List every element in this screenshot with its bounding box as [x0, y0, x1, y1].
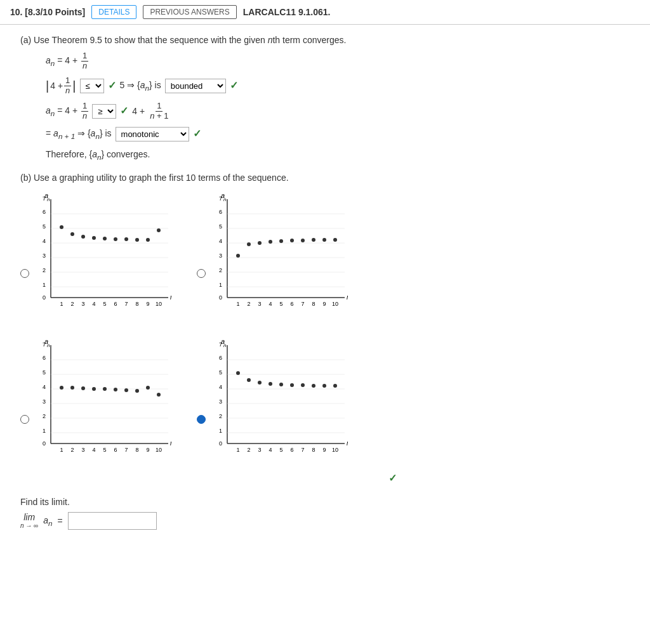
graph-radio-3[interactable]	[20, 415, 29, 424]
part-a-text: (a) Use Theorem 9.5 to show that the seq…	[20, 35, 346, 45]
svg-text:3: 3	[258, 447, 261, 453]
svg-text:0: 0	[43, 294, 46, 301]
svg-text:10: 10	[156, 447, 162, 453]
graphs-row-1: a n 0 1 2 3 4 5 6 7	[20, 193, 630, 320]
graph-radio-4[interactable]	[197, 415, 206, 424]
verdict-check: ✓	[388, 472, 630, 484]
svg-text:5: 5	[43, 369, 46, 376]
row-monotonic: = an + 1 ⇒ {an} is monotonic non-monoton…	[46, 124, 630, 144]
svg-text:4: 4	[92, 447, 95, 453]
svg-text:6: 6	[219, 209, 222, 215]
svg-text:2: 2	[247, 301, 250, 307]
svg-point-70	[258, 241, 262, 245]
svg-point-110	[92, 387, 96, 391]
svg-point-150	[279, 383, 283, 386]
svg-text:3: 3	[81, 447, 84, 453]
svg-text:4: 4	[269, 301, 272, 307]
svg-text:1: 1	[60, 301, 63, 307]
svg-text:7: 7	[301, 301, 304, 307]
svg-text:9: 9	[322, 301, 326, 307]
svg-text:2: 2	[70, 447, 74, 453]
svg-point-148	[258, 381, 262, 384]
svg-text:2: 2	[219, 413, 222, 419]
limit-symbol: lim n → ∞	[20, 512, 38, 529]
svg-text:n: n	[47, 197, 50, 202]
svg-point-147	[247, 378, 251, 382]
svg-point-30	[70, 232, 74, 236]
svg-text:7: 7	[219, 341, 222, 348]
svg-text:1: 1	[219, 282, 222, 288]
svg-text:9: 9	[322, 447, 326, 453]
svg-point-36	[135, 238, 139, 242]
svg-point-151	[290, 383, 294, 387]
svg-text:8: 8	[312, 447, 315, 453]
svg-point-107	[60, 386, 63, 390]
svg-text:1: 1	[43, 282, 46, 288]
svg-text:8: 8	[312, 301, 315, 307]
svg-point-68	[236, 254, 240, 258]
fraction-1n: 1 n	[81, 51, 88, 70]
svg-text:0: 0	[219, 440, 222, 447]
svg-text:n: n	[223, 197, 227, 202]
part-a-label: (a) Use Theorem 9.5 to show that the seq…	[20, 35, 630, 45]
svg-text:4: 4	[219, 384, 222, 390]
svg-text:3: 3	[43, 253, 46, 259]
find-limit-label: Find its limit.	[20, 497, 630, 507]
bounded-select[interactable]: bounded unbounded	[165, 79, 226, 93]
svg-text:3: 3	[258, 301, 261, 307]
svg-point-112	[114, 388, 117, 391]
svg-point-116	[157, 393, 161, 397]
svg-point-75	[312, 238, 315, 242]
svg-text:10: 10	[332, 301, 338, 307]
svg-text:1: 1	[219, 428, 222, 434]
therefore-text: Therefore, {an} converges.	[46, 149, 150, 159]
content-area: (a) Use Theorem 9.5 to show that the seq…	[0, 25, 650, 540]
svg-text:3: 3	[43, 398, 46, 405]
svg-point-69	[247, 242, 251, 246]
svg-point-154	[322, 384, 326, 388]
check-icon-2: ✓	[230, 76, 238, 96]
five-label: 5 ⇒ {an} is	[120, 76, 161, 95]
previous-answers-button[interactable]: PREVIOUS ANSWERS	[143, 5, 236, 19]
svg-text:n: n	[170, 294, 171, 301]
svg-text:2: 2	[70, 301, 74, 307]
svg-text:3: 3	[219, 398, 222, 405]
svg-point-113	[124, 388, 128, 392]
svg-text:9: 9	[146, 447, 149, 453]
graph-radio-1[interactable]	[20, 269, 29, 278]
svg-text:5: 5	[279, 301, 282, 307]
abs-expression: | 4 + 1 n |	[46, 73, 76, 98]
svg-text:1: 1	[60, 447, 63, 453]
svg-text:n: n	[347, 294, 348, 301]
svg-text:5: 5	[103, 447, 106, 453]
header-bar: 10. [8.3/10 Points] DETAILS PREVIOUS ANS…	[0, 0, 650, 25]
svg-point-155	[333, 384, 337, 388]
svg-text:3: 3	[219, 253, 222, 259]
check-icon-4: ✓	[193, 124, 201, 144]
graphs-section: a n 0 1 2 3 4 5 6 7	[20, 193, 630, 484]
limit-input[interactable]	[68, 512, 157, 530]
svg-point-77	[333, 238, 337, 242]
svg-point-146	[236, 371, 240, 375]
monotonic-select[interactable]: monotonic non-monotonic	[116, 127, 189, 141]
svg-point-31	[81, 235, 85, 239]
an-label-2: an = 4 +	[46, 102, 77, 121]
svg-text:n: n	[347, 440, 348, 447]
row-inequality-1: | 4 + 1 n | ≤ ≥ < > ✓ 5 ⇒ {an} is bounde…	[46, 73, 630, 98]
svg-text:5: 5	[219, 369, 222, 376]
inequality-select-1[interactable]: ≤ ≥ < >	[80, 79, 104, 93]
graph-1: a n 0 1 2 3 4 5 6 7	[32, 193, 171, 320]
svg-text:6: 6	[290, 301, 293, 307]
details-button[interactable]: DETAILS	[91, 5, 136, 19]
svg-text:5: 5	[219, 223, 222, 230]
svg-point-71	[269, 240, 272, 244]
svg-point-115	[146, 386, 150, 390]
lim-subscript: n → ∞	[20, 522, 38, 529]
svg-point-35	[124, 237, 128, 241]
svg-point-37	[146, 238, 150, 242]
graph-radio-2[interactable]	[197, 269, 206, 278]
svg-text:9: 9	[146, 301, 149, 307]
svg-point-114	[135, 389, 139, 393]
svg-point-76	[322, 238, 326, 242]
inequality-select-2[interactable]: ≥ ≤ < >	[92, 104, 116, 119]
